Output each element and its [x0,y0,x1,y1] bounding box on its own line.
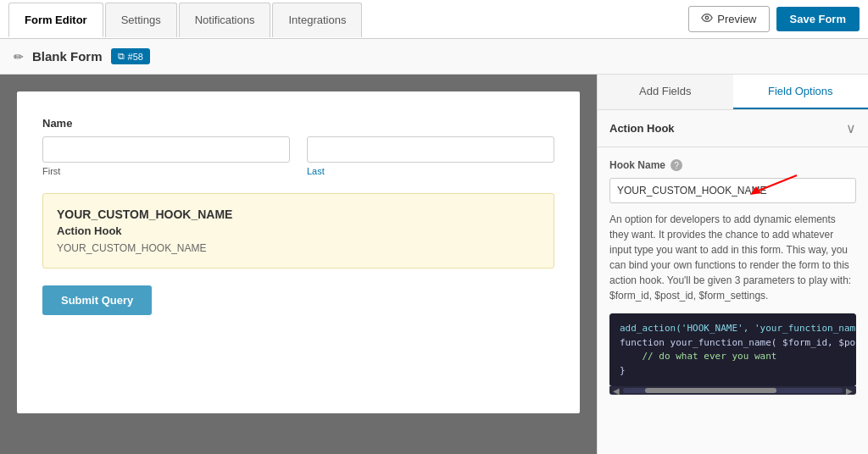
form-title: Blank Form [32,49,103,64]
section-title: Action Hook [609,122,675,135]
form-canvas-area: Name First Last YOUR_CUSTOM_HOOK_NAME Ac… [0,75,597,454]
help-icon[interactable]: ? [670,159,682,171]
panel-section: Action Hook ∨ Hook Name ? An option for … [598,110,868,454]
code-line-3: // do what ever you want [620,351,776,362]
hook-name-label: Hook Name [609,159,665,171]
section-header: Action Hook ∨ [598,110,868,147]
save-form-button[interactable]: Save Form [776,7,860,31]
first-name-input[interactable] [42,136,290,163]
copy-icon: ⧉ [118,51,125,62]
name-field-group: Name First Last [42,117,554,176]
scroll-right-arrow[interactable]: ▶ [846,386,853,396]
panel-tabs: Add Fields Field Options [598,75,868,110]
code-scrollbar: ◀ ▶ [609,386,856,395]
code-line-2: function your_function_name( $form_id, $… [620,337,856,348]
toolbar-actions: Preview Save Form [688,6,860,32]
action-hook-block: YOUR_CUSTOM_HOOK_NAME Action Hook YOUR_C… [42,193,554,269]
code-line-1: add_action('HOOK_NAME', 'your_function_n… [620,323,856,334]
preview-label: Preview [717,13,756,25]
panel-content: Hook Name ? An option for developers to … [598,147,868,407]
right-panel: Add Fields Field Options Action Hook ∨ H… [597,75,868,454]
collapse-icon[interactable]: ∨ [846,120,856,136]
tab-add-fields[interactable]: Add Fields [598,75,733,109]
description-text: An option for developers to add dynamic … [609,212,856,303]
tab-field-options[interactable]: Field Options [733,75,869,109]
scroll-track [623,388,843,393]
scroll-left-arrow[interactable]: ◀ [613,386,620,396]
main-tabs: Form Editor Settings Notifications Integ… [8,2,364,36]
first-name-sublabel: First [42,166,290,176]
last-name-input[interactable] [307,136,554,163]
first-name-field: First [42,136,290,176]
submit-button[interactable]: Submit Query [42,285,152,315]
code-block-wrapper: add_action('HOOK_NAME', 'your_function_n… [609,313,856,395]
tab-notifications[interactable]: Notifications [179,3,271,37]
pencil-icon: ✏ [14,50,24,64]
last-name-sublabel: Last [307,166,554,176]
form-canvas: Name First Last YOUR_CUSTOM_HOOK_NAME Ac… [17,91,580,413]
hook-block-type: Action Hook [57,224,540,237]
code-block: add_action('HOOK_NAME', 'your_function_n… [609,313,856,386]
svg-point-0 [706,16,709,19]
tab-integrations[interactable]: Integrations [272,3,362,37]
form-header: ✏ Blank Form ⧉ #58 [0,39,868,75]
tab-bar: Form Editor Settings Notifications Integ… [0,0,868,39]
form-badge: ⧉ #58 [111,48,150,64]
name-fields: First Last [42,136,554,176]
hook-name-row: Hook Name ? [609,159,856,171]
tab-form-editor[interactable]: Form Editor [8,3,103,37]
last-name-field: Last [307,136,554,176]
main-layout: Name First Last YOUR_CUSTOM_HOOK_NAME Ac… [0,75,868,454]
hook-block-name: YOUR_CUSTOM_HOOK_NAME [57,208,540,221]
scroll-thumb[interactable] [645,388,776,393]
hook-block-value: YOUR_CUSTOM_HOOK_NAME [57,242,540,254]
tab-settings[interactable]: Settings [105,3,177,37]
name-field-label: Name [42,117,554,130]
hook-name-input[interactable] [609,178,856,203]
code-line-4: } [620,365,626,376]
form-id: #58 [128,52,143,62]
preview-button[interactable]: Preview [688,6,769,32]
eye-icon [701,12,713,26]
